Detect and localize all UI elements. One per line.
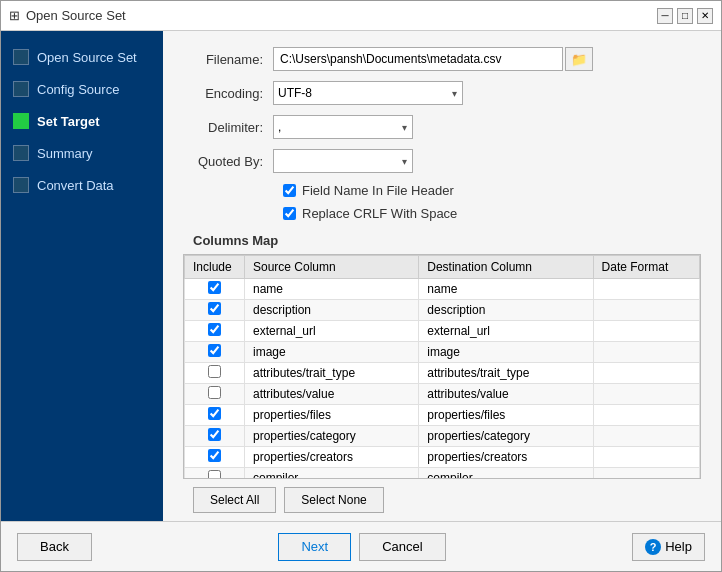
sidebar-item-summary[interactable]: Summary	[1, 137, 163, 169]
bottom-right-buttons: ? Help	[632, 533, 705, 561]
browse-button[interactable]: 📁	[565, 47, 593, 71]
source-cell-7: properties/category	[245, 426, 419, 447]
sidebar-item-set-target[interactable]: Set Target	[1, 105, 163, 137]
filename-row: Filename: 📁	[183, 47, 701, 71]
include-checkbox-6[interactable]	[208, 407, 221, 420]
table-row: attributes/trait_type attributes/trait_t…	[185, 363, 700, 384]
maximize-button[interactable]: □	[677, 8, 693, 24]
help-button[interactable]: ? Help	[632, 533, 705, 561]
destination-cell-9: compiler	[419, 468, 593, 480]
source-cell-0: name	[245, 279, 419, 300]
include-cell-1	[185, 300, 245, 321]
include-checkbox-9[interactable]	[208, 470, 221, 479]
cancel-button[interactable]: Cancel	[359, 533, 445, 561]
date-format-cell-4	[593, 363, 699, 384]
col-header-include: Include	[185, 256, 245, 279]
encoding-select-wrapper: UTF-8 UTF-16 ASCII ISO-8859-1	[273, 81, 463, 105]
app-title-icon: ⊞	[9, 8, 20, 23]
minimize-button[interactable]: ─	[657, 8, 673, 24]
encoding-row: Encoding: UTF-8 UTF-16 ASCII ISO-8859-1	[183, 81, 701, 105]
source-cell-5: attributes/value	[245, 384, 419, 405]
include-cell-5	[185, 384, 245, 405]
table-row: description description	[185, 300, 700, 321]
select-none-button[interactable]: Select None	[284, 487, 383, 513]
quotedby-select-wrapper: " '	[273, 149, 413, 173]
folder-icon: 📁	[571, 52, 587, 67]
source-cell-3: image	[245, 342, 419, 363]
source-cell-4: attributes/trait_type	[245, 363, 419, 384]
next-button[interactable]: Next	[278, 533, 351, 561]
source-cell-9: compiler	[245, 468, 419, 480]
quotedby-row: Quoted By: " '	[183, 149, 701, 173]
include-cell-8	[185, 447, 245, 468]
include-checkbox-1[interactable]	[208, 302, 221, 315]
sidebar-item-convert-data[interactable]: Convert Data	[1, 169, 163, 201]
table-row: attributes/value attributes/value	[185, 384, 700, 405]
col-header-source: Source Column	[245, 256, 419, 279]
include-checkbox-0[interactable]	[208, 281, 221, 294]
destination-cell-6: properties/files	[419, 405, 593, 426]
include-cell-0	[185, 279, 245, 300]
table-row: properties/creators properties/creators	[185, 447, 700, 468]
bottom-center-buttons: Next Cancel	[278, 533, 445, 561]
main-panel: Filename: 📁 Encoding: UTF-8 UTF-16 ASCII…	[163, 31, 721, 521]
date-format-cell-1	[593, 300, 699, 321]
include-checkbox-5[interactable]	[208, 386, 221, 399]
columns-table: Include Source Column Destination Column…	[184, 255, 700, 479]
main-window: ⊞ Open Source Set ─ □ ✕ Open Source Set …	[0, 0, 722, 572]
step-icon-3	[13, 113, 29, 129]
step-icon-4	[13, 145, 29, 161]
date-format-cell-5	[593, 384, 699, 405]
destination-cell-8: properties/creators	[419, 447, 593, 468]
sidebar-item-config-source[interactable]: Config Source	[1, 73, 163, 105]
title-bar: ⊞ Open Source Set ─ □ ✕	[1, 1, 721, 31]
include-checkbox-4[interactable]	[208, 365, 221, 378]
include-cell-4	[185, 363, 245, 384]
sidebar-label-1: Open Source Set	[37, 50, 137, 65]
replace-crlf-row: Replace CRLF With Space	[283, 206, 701, 221]
quotedby-select[interactable]: " '	[273, 149, 413, 173]
sidebar-label-3: Set Target	[37, 114, 100, 129]
sidebar-item-open-source-set[interactable]: Open Source Set	[1, 41, 163, 73]
replace-crlf-checkbox[interactable]	[283, 207, 296, 220]
include-checkbox-3[interactable]	[208, 344, 221, 357]
filename-input[interactable]	[273, 47, 563, 71]
field-name-row: Field Name In File Header	[283, 183, 701, 198]
app-title: Open Source Set	[26, 8, 126, 23]
include-checkbox-2[interactable]	[208, 323, 221, 336]
include-checkbox-7[interactable]	[208, 428, 221, 441]
select-all-button[interactable]: Select All	[193, 487, 276, 513]
include-checkbox-8[interactable]	[208, 449, 221, 462]
field-name-checkbox[interactable]	[283, 184, 296, 197]
date-format-cell-0	[593, 279, 699, 300]
col-header-destination: Destination Column	[419, 256, 593, 279]
table-row: name name	[185, 279, 700, 300]
select-buttons-row: Select All Select None	[193, 487, 701, 513]
include-cell-6	[185, 405, 245, 426]
delimiter-select-wrapper: , ; \t |	[273, 115, 413, 139]
destination-cell-2: external_url	[419, 321, 593, 342]
table-row: properties/category properties/category	[185, 426, 700, 447]
help-label: Help	[665, 539, 692, 554]
back-button[interactable]: Back	[17, 533, 92, 561]
close-button[interactable]: ✕	[697, 8, 713, 24]
encoding-label: Encoding:	[183, 86, 273, 101]
encoding-select[interactable]: UTF-8 UTF-16 ASCII ISO-8859-1	[273, 81, 463, 105]
destination-cell-4: attributes/trait_type	[419, 363, 593, 384]
columns-table-wrapper[interactable]: Include Source Column Destination Column…	[183, 254, 701, 479]
table-row: compiler compiler	[185, 468, 700, 480]
columns-map-title: Columns Map	[193, 233, 701, 248]
table-row: external_url external_url	[185, 321, 700, 342]
destination-cell-5: attributes/value	[419, 384, 593, 405]
destination-cell-0: name	[419, 279, 593, 300]
source-cell-6: properties/files	[245, 405, 419, 426]
bottom-bar: Back Next Cancel ? Help	[1, 521, 721, 571]
include-cell-7	[185, 426, 245, 447]
source-cell-1: description	[245, 300, 419, 321]
sidebar-label-4: Summary	[37, 146, 93, 161]
date-format-cell-7	[593, 426, 699, 447]
title-bar-controls: ─ □ ✕	[657, 8, 713, 24]
delimiter-select[interactable]: , ; \t |	[273, 115, 413, 139]
source-cell-8: properties/creators	[245, 447, 419, 468]
date-format-cell-2	[593, 321, 699, 342]
